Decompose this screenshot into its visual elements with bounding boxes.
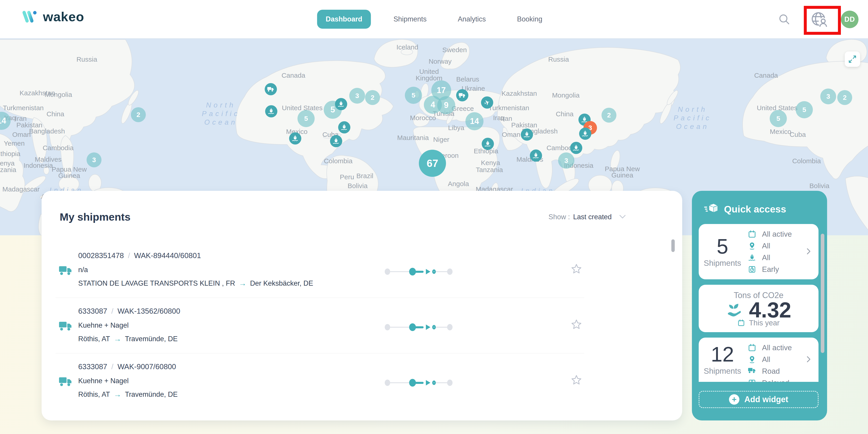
filter-label: Early bbox=[762, 265, 779, 274]
country-label: Peru bbox=[340, 173, 354, 181]
country-label: Oman bbox=[502, 131, 520, 138]
widget-co2[interactable]: Tons of CO2e 4.32 This year bbox=[699, 285, 818, 332]
map-cluster-3[interactable]: 3 bbox=[820, 89, 836, 104]
country-label: Canada bbox=[754, 72, 778, 79]
favorite-star-icon[interactable] bbox=[571, 319, 582, 331]
map-cluster-5[interactable]: 5 bbox=[770, 110, 787, 127]
shipment-id: 6333087 bbox=[78, 362, 107, 371]
tab-dashboard[interactable]: Dashboard bbox=[317, 10, 371, 29]
widget-filter: All bbox=[748, 253, 792, 262]
country-label: Guinea bbox=[612, 171, 633, 179]
country-label: Cambodia bbox=[43, 144, 74, 152]
package-icon bbox=[704, 203, 719, 215]
map-marker-ship-icon[interactable] bbox=[521, 129, 533, 141]
country-label: Bolivia bbox=[809, 182, 829, 190]
tab-booking[interactable]: Booking bbox=[508, 10, 551, 29]
widget-shipments-12[interactable]: 12 Shipments All active All Road Delayed bbox=[699, 338, 818, 382]
show-label: Show : bbox=[549, 213, 570, 221]
shipment-unit: Shipments bbox=[704, 366, 741, 375]
map-marker-ship-icon[interactable] bbox=[330, 135, 342, 147]
map-cluster-5[interactable]: 5 bbox=[796, 101, 813, 118]
map-cluster-9[interactable]: 9 bbox=[437, 96, 455, 114]
tab-analytics[interactable]: Analytics bbox=[449, 10, 494, 29]
country-label: Turkmenistan bbox=[489, 104, 529, 112]
wakeo-logo-icon bbox=[22, 9, 38, 24]
add-widget-button[interactable]: + Add widget bbox=[699, 391, 818, 408]
my-shipments-card: My shipments Show : Last created 0002835… bbox=[41, 191, 682, 421]
shipment-ref: WAK-13562/60800 bbox=[118, 307, 180, 315]
map-expand-button[interactable] bbox=[845, 52, 860, 67]
map-marker-ship-icon[interactable] bbox=[570, 142, 582, 154]
map-marker-plane-icon[interactable]: ✈ bbox=[481, 96, 493, 109]
map-cluster-5[interactable]: 5 bbox=[405, 87, 422, 104]
map-cluster-67[interactable]: 67 bbox=[419, 150, 446, 177]
map-cluster-3[interactable]: 3 bbox=[349, 88, 365, 104]
shipment-count: 12 bbox=[711, 344, 734, 365]
favorite-star-icon[interactable] bbox=[571, 264, 582, 275]
filter-label: Road bbox=[762, 367, 780, 375]
map-marker-ship-icon[interactable] bbox=[265, 105, 277, 118]
shipment-row[interactable]: 6333087 / WAK-13562/60800 Kuehne + Nagel… bbox=[56, 298, 584, 354]
carrier-name: Kuehne + Nagel bbox=[78, 377, 129, 385]
ocean-label: North bbox=[678, 105, 708, 113]
ocean-label: Pacific bbox=[202, 110, 240, 118]
map-cluster-5[interactable]: 5 bbox=[298, 110, 315, 127]
language-globe-button[interactable] bbox=[810, 10, 829, 29]
user-avatar[interactable]: DD bbox=[841, 11, 859, 28]
widget-shipments-5[interactable]: 5 Shipments All active All All Early bbox=[699, 224, 818, 279]
carrier-name: n/a bbox=[78, 266, 88, 274]
map-cluster-2[interactable]: 2 bbox=[601, 108, 616, 123]
show-sort-dropdown[interactable]: Show : Last created bbox=[549, 213, 626, 221]
favorite-star-icon[interactable] bbox=[571, 375, 582, 386]
ocean-label: North bbox=[206, 101, 236, 109]
calendar-icon bbox=[748, 230, 756, 238]
country-label: Kazakhstan bbox=[502, 90, 537, 97]
country-label: Bolivia bbox=[348, 182, 368, 190]
quick-access-scrollbar[interactable] bbox=[821, 234, 825, 353]
shipment-row[interactable]: 6333087 / WAK-9007/60800 Kuehne + Nagel … bbox=[56, 354, 584, 409]
country-label: Sweden bbox=[442, 46, 467, 54]
tab-shipments[interactable]: Shipments bbox=[385, 10, 435, 29]
country-label: Bangladesh bbox=[29, 127, 65, 135]
map-marker-ship-icon[interactable] bbox=[482, 138, 494, 150]
map-cluster-2[interactable]: 2 bbox=[131, 107, 146, 122]
map-cluster-3[interactable]: 3 bbox=[87, 153, 101, 167]
country-label: Tanzania bbox=[476, 166, 503, 174]
map-cluster-2[interactable]: 2 bbox=[837, 90, 852, 105]
country-label: Iceland bbox=[397, 43, 418, 51]
map-marker-ship-icon[interactable] bbox=[338, 121, 350, 133]
shipment-ref: WAK-894440/60801 bbox=[134, 251, 201, 260]
shipments-scrollbar[interactable] bbox=[671, 239, 675, 252]
country-label: Tanzania bbox=[0, 166, 16, 174]
co2-period: This year bbox=[699, 319, 818, 327]
plus-icon: + bbox=[729, 394, 739, 405]
next-milestone-icon bbox=[432, 325, 436, 329]
shipment-route: STATION DE LAVAGE TRANSPORTS KLEIN , FR … bbox=[78, 279, 313, 288]
country-label: Yemen bbox=[4, 139, 25, 147]
country-label: China bbox=[46, 110, 64, 118]
map-marker-ship-icon[interactable] bbox=[289, 132, 301, 144]
my-shipments-title: My shipments bbox=[60, 211, 130, 223]
wakeo-logo[interactable]: wakeo bbox=[22, 9, 84, 24]
map-cluster-2[interactable]: 2 bbox=[365, 90, 380, 105]
separator: / bbox=[111, 362, 113, 371]
filter-label: All bbox=[762, 242, 770, 250]
map-marker-ship-icon[interactable] bbox=[579, 128, 591, 140]
search-icon bbox=[778, 13, 790, 25]
show-value: Last created bbox=[573, 213, 612, 221]
map-marker-ship-icon[interactable] bbox=[530, 149, 542, 162]
road-transport-icon bbox=[59, 376, 73, 388]
route-arrow-icon: → bbox=[114, 334, 121, 343]
widget-filter: Delayed bbox=[748, 379, 792, 382]
search-button[interactable] bbox=[775, 10, 794, 29]
map-cluster-14[interactable]: 14 bbox=[465, 112, 484, 130]
map-marker-truck-icon[interactable] bbox=[265, 83, 277, 95]
filter-label: All active bbox=[762, 343, 792, 352]
truck-icon bbox=[748, 367, 756, 375]
shipment-ref: WAK-9007/60800 bbox=[118, 362, 176, 371]
map-marker-ship-icon[interactable] bbox=[335, 98, 347, 110]
map-marker-truck-icon[interactable] bbox=[456, 89, 468, 101]
shipment-row[interactable]: 00028351478 / WAK-894440/60801 n/a STATI… bbox=[56, 242, 584, 298]
country-label: Cuba bbox=[789, 131, 806, 138]
map-cluster-3[interactable]: 3 bbox=[558, 153, 575, 169]
